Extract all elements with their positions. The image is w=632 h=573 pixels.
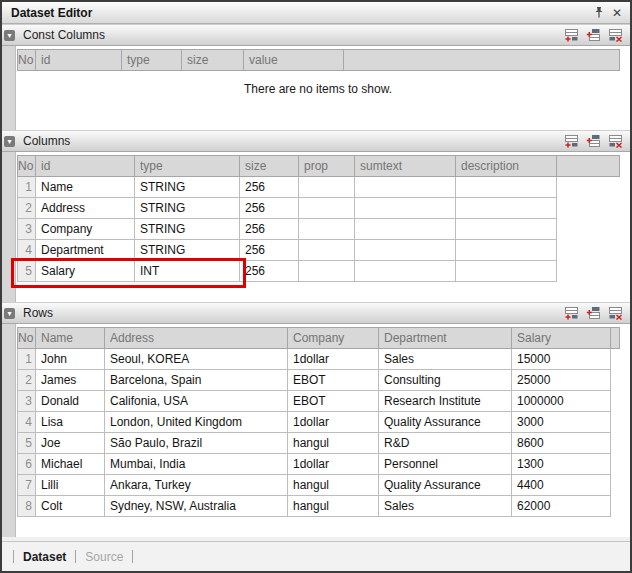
insert-row-button[interactable] bbox=[585, 28, 601, 43]
grid-cell[interactable]: Lisa bbox=[36, 412, 105, 433]
row-number-cell[interactable]: 1 bbox=[18, 349, 36, 370]
grid-cell[interactable]: Sydney, NSW, Australia bbox=[105, 496, 288, 517]
table-row[interactable]: 3DonaldCalifonia, USAEBOTResearch Instit… bbox=[18, 391, 620, 412]
grid-cell[interactable]: 25000 bbox=[512, 370, 611, 391]
grid-cell[interactable]: Ankara, Turkey bbox=[105, 475, 288, 496]
grid-cell[interactable] bbox=[299, 177, 355, 198]
grid-cell[interactable]: 256 bbox=[240, 198, 299, 219]
pin-button[interactable] bbox=[590, 5, 608, 21]
table-row[interactable]: 6MichaelMumbai, India1dollarPersonnel130… bbox=[18, 454, 620, 475]
table-row[interactable]: 8ColtSydney, NSW, AustraliahangulSales62… bbox=[18, 496, 620, 517]
grid-cell[interactable]: 1dollar bbox=[288, 412, 379, 433]
table-row[interactable]: 7LilliAnkara, TurkeyhangulQuality Assura… bbox=[18, 475, 620, 496]
grid-cell[interactable]: Michael bbox=[36, 454, 105, 475]
grid-cell[interactable]: Barcelona, Spain bbox=[105, 370, 288, 391]
row-number-cell[interactable]: 3 bbox=[18, 391, 36, 412]
grid-cell[interactable]: Quality Assurance bbox=[379, 412, 512, 433]
row-number-cell[interactable]: 1 bbox=[18, 177, 36, 198]
grid-cell[interactable]: Califonia, USA bbox=[105, 391, 288, 412]
grid-cell[interactable]: 8600 bbox=[512, 433, 611, 454]
grid-cell[interactable]: Name bbox=[36, 177, 135, 198]
grid-cell[interactable]: 15000 bbox=[512, 349, 611, 370]
row-number-cell[interactable]: 3 bbox=[18, 219, 36, 240]
table-row[interactable]: 4LisaLondon, United Kingdom1dollarQualit… bbox=[18, 412, 620, 433]
grid-cell[interactable]: hangul bbox=[288, 496, 379, 517]
grid-cell[interactable]: 256 bbox=[240, 261, 299, 282]
delete-row-button[interactable] bbox=[607, 306, 623, 321]
grid-cell[interactable] bbox=[355, 261, 456, 282]
table-row[interactable]: 2JamesBarcelona, SpainEBOTConsulting2500… bbox=[18, 370, 620, 391]
grid-cell[interactable] bbox=[456, 240, 557, 261]
grid-cell[interactable] bbox=[456, 198, 557, 219]
grid-cell[interactable]: hangul bbox=[288, 475, 379, 496]
grid-cell[interactable] bbox=[299, 219, 355, 240]
grid-cell[interactable]: Sales bbox=[379, 349, 512, 370]
grid-cell[interactable]: 1300 bbox=[512, 454, 611, 475]
grid-cell[interactable] bbox=[299, 261, 355, 282]
row-number-cell[interactable]: 6 bbox=[18, 454, 36, 475]
grid-cell[interactable]: Colt bbox=[36, 496, 105, 517]
grid-cell[interactable] bbox=[355, 240, 456, 261]
collapse-button[interactable]: ▾ bbox=[4, 136, 15, 147]
table-row[interactable]: 1NameSTRING256 bbox=[18, 177, 620, 198]
tab-source[interactable]: Source bbox=[85, 550, 123, 564]
row-number-cell[interactable]: 2 bbox=[18, 198, 36, 219]
grid-cell[interactable]: Research Institute bbox=[379, 391, 512, 412]
grid-cell[interactable]: 1000000 bbox=[512, 391, 611, 412]
grid-cell[interactable]: 256 bbox=[240, 177, 299, 198]
add-row-button[interactable] bbox=[563, 306, 579, 321]
grid-cell[interactable]: Sales bbox=[379, 496, 512, 517]
grid-cell[interactable] bbox=[456, 261, 557, 282]
grid-cell[interactable] bbox=[299, 240, 355, 261]
grid-cell[interactable]: Donald bbox=[36, 391, 105, 412]
grid-cell[interactable]: STRING bbox=[135, 219, 240, 240]
grid-cell[interactable]: Joe bbox=[36, 433, 105, 454]
grid-cell[interactable]: hangul bbox=[288, 433, 379, 454]
table-row[interactable]: 1JohnSeoul, KOREA1dollarSales15000 bbox=[18, 349, 620, 370]
grid-cell[interactable]: STRING bbox=[135, 177, 240, 198]
grid-cell[interactable]: STRING bbox=[135, 198, 240, 219]
grid-cell[interactable] bbox=[355, 219, 456, 240]
delete-row-button[interactable] bbox=[607, 134, 623, 149]
collapse-button[interactable]: ▾ bbox=[4, 308, 15, 319]
grid-cell[interactable]: 256 bbox=[240, 219, 299, 240]
close-button[interactable]: ✕ bbox=[608, 5, 626, 21]
add-row-button[interactable] bbox=[563, 28, 579, 43]
grid-cell[interactable]: São Paulo, Brazil bbox=[105, 433, 288, 454]
delete-row-button[interactable] bbox=[607, 28, 623, 43]
grid-cell[interactable]: EBOT bbox=[288, 391, 379, 412]
grid-cell[interactable]: Lilli bbox=[36, 475, 105, 496]
grid-cell[interactable]: R&D bbox=[379, 433, 512, 454]
insert-row-button[interactable] bbox=[585, 306, 601, 321]
grid-cell[interactable] bbox=[456, 219, 557, 240]
grid-cell[interactable]: Address bbox=[36, 198, 135, 219]
add-row-button[interactable] bbox=[563, 134, 579, 149]
table-row[interactable]: 2AddressSTRING256 bbox=[18, 198, 620, 219]
grid-cell[interactable]: 256 bbox=[240, 240, 299, 261]
grid-cell[interactable]: 3000 bbox=[512, 412, 611, 433]
grid-cell[interactable]: Consulting bbox=[379, 370, 512, 391]
grid-cell[interactable] bbox=[299, 198, 355, 219]
grid-cell[interactable]: Company bbox=[36, 219, 135, 240]
grid-cell[interactable] bbox=[456, 177, 557, 198]
grid-cell[interactable]: Personnel bbox=[379, 454, 512, 475]
grid-cell[interactable]: EBOT bbox=[288, 370, 379, 391]
insert-row-button[interactable] bbox=[585, 134, 601, 149]
row-number-cell[interactable]: 5 bbox=[18, 433, 36, 454]
grid-cell[interactable]: Seoul, KOREA bbox=[105, 349, 288, 370]
grid-cell[interactable]: 1dollar bbox=[288, 454, 379, 475]
grid-cell[interactable]: 4400 bbox=[512, 475, 611, 496]
row-number-cell[interactable]: 7 bbox=[18, 475, 36, 496]
grid-cell[interactable]: James bbox=[36, 370, 105, 391]
row-number-cell[interactable]: 4 bbox=[18, 412, 36, 433]
row-number-cell[interactable]: 8 bbox=[18, 496, 36, 517]
grid-cell[interactable]: Mumbai, India bbox=[105, 454, 288, 475]
tab-dataset[interactable]: Dataset bbox=[23, 550, 66, 564]
grid-cell[interactable] bbox=[355, 198, 456, 219]
grid-cell[interactable] bbox=[355, 177, 456, 198]
grid-cell[interactable]: 1dollar bbox=[288, 349, 379, 370]
grid-cell[interactable]: 62000 bbox=[512, 496, 611, 517]
grid-cell[interactable]: London, United Kingdom bbox=[105, 412, 288, 433]
row-number-cell[interactable]: 2 bbox=[18, 370, 36, 391]
grid-cell[interactable]: John bbox=[36, 349, 105, 370]
